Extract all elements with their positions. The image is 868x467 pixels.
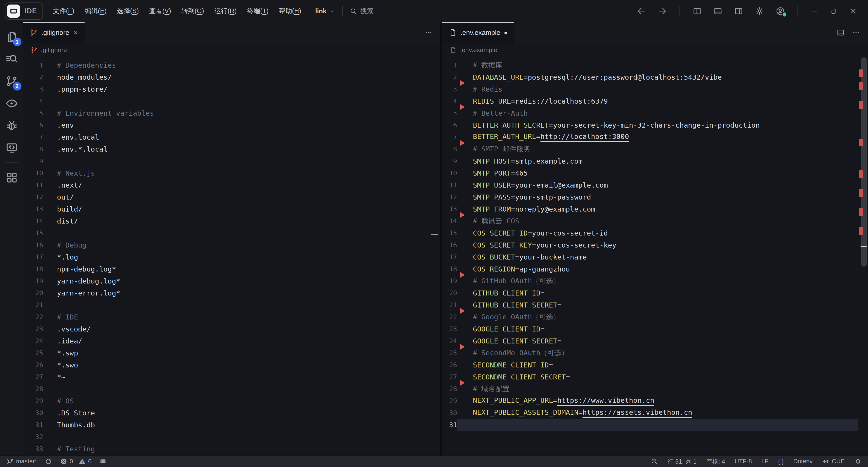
notifications-button[interactable]: [854, 458, 862, 465]
breadcrumb-right[interactable]: .env.example: [442, 43, 868, 57]
code-text[interactable]: .env.local: [57, 133, 99, 141]
tab-gitignore[interactable]: .gitignore ×: [23, 22, 85, 43]
menu-s[interactable]: 选择(S): [117, 6, 139, 16]
code-text[interactable]: # Better-Auth: [473, 109, 528, 117]
code-text[interactable]: SMTP_FROM=noreply@example.com: [473, 205, 595, 213]
code-text[interactable]: # IDE: [57, 313, 78, 321]
workspace-switcher[interactable]: link: [315, 7, 336, 15]
code-text[interactable]: COS_REGION=ap-guangzhou: [473, 265, 570, 273]
window-minimize-button[interactable]: [805, 4, 824, 19]
code-text[interactable]: # Google OAuth（可选）: [473, 312, 560, 322]
nav-back-button[interactable]: [634, 4, 649, 19]
editor-env-example[interactable]: 1# 数据库2DATABASE_URL=postgresql://user:pa…: [442, 57, 868, 456]
code-text[interactable]: GITHUB_CLIENT_SECRET=: [473, 301, 561, 309]
code-text[interactable]: GOOGLE_CLIENT_SECRET=: [473, 337, 561, 345]
activity-explorer-button[interactable]: 1: [4, 29, 19, 45]
menu-e[interactable]: 编辑(E): [85, 6, 107, 16]
problems-indicator[interactable]: 0 0: [60, 458, 92, 465]
editor-group-divider[interactable]: [440, 22, 442, 456]
menu-g[interactable]: 转到(G): [182, 6, 204, 16]
toggle-bottom-panel-button[interactable]: [710, 4, 725, 19]
encoding-indicator[interactable]: UTF-8: [735, 458, 752, 465]
activity-ai-preview-button[interactable]: [4, 96, 19, 111]
code-text[interactable]: *.swp: [57, 349, 78, 357]
global-search[interactable]: 搜索: [349, 6, 373, 16]
code-text[interactable]: .idea/: [57, 337, 82, 345]
menu-h[interactable]: 帮助(H): [279, 6, 301, 16]
code-text[interactable]: # Testing: [57, 445, 95, 453]
code-text[interactable]: .env: [57, 121, 74, 129]
split-editor-icon[interactable]: [836, 28, 845, 37]
activity-source-control-button[interactable]: 2: [4, 74, 19, 89]
braces-indicator[interactable]: { }: [778, 458, 784, 465]
code-text[interactable]: *.log: [57, 253, 78, 261]
editor-gitignore[interactable]: 1# Dependencies2node_modules/3.pnpm-stor…: [23, 57, 440, 456]
cue-completion-toggle[interactable]: CUE: [822, 458, 845, 465]
tab-close-icon[interactable]: ×: [73, 29, 78, 36]
code-text[interactable]: out/: [57, 193, 74, 201]
toggle-left-panel-button[interactable]: [690, 4, 705, 19]
code-text[interactable]: .DS_Store: [57, 409, 95, 417]
code-text[interactable]: # SecondMe OAuth（可选）: [473, 348, 568, 358]
code-text[interactable]: REDIS_URL=redis://localhost:6379: [473, 97, 608, 105]
activity-debug-button[interactable]: [4, 118, 19, 133]
code-text[interactable]: # 腾讯云 COS: [473, 216, 519, 226]
branch-indicator[interactable]: master*: [6, 458, 37, 465]
code-text[interactable]: GITHUB_CLIENT_ID=: [473, 289, 545, 297]
code-text[interactable]: .vscode/: [57, 325, 91, 333]
code-text[interactable]: BETTER_AUTH_SECRET=your-secret-key-min-3…: [473, 121, 760, 129]
language-mode-indicator[interactable]: Dotenv: [793, 458, 813, 465]
code-text[interactable]: # 域名配置: [473, 384, 509, 394]
code-text[interactable]: # Redis: [473, 85, 502, 93]
more-actions-icon[interactable]: [852, 28, 860, 37]
code-text[interactable]: NEXT_PUBLIC_ASSETS_DOMAIN=https://assets…: [473, 408, 692, 418]
code-text[interactable]: *~: [57, 373, 65, 381]
code-text[interactable]: SECONDME_CLIENT_ID=: [473, 361, 553, 369]
nav-forward-button[interactable]: [655, 4, 670, 19]
code-text[interactable]: BETTER_AUTH_URL=http://localhost:3000: [473, 133, 629, 142]
ports-indicator[interactable]: [99, 458, 107, 465]
code-text[interactable]: node_modules/: [57, 73, 112, 81]
code-text[interactable]: # 数据库: [473, 60, 502, 70]
code-text[interactable]: SMTP_HOST=smtp.example.com: [473, 157, 583, 165]
code-text[interactable]: # OS: [57, 397, 74, 405]
more-actions-icon[interactable]: [424, 28, 433, 37]
activity-search-button[interactable]: [4, 52, 19, 66]
code-text[interactable]: *.swo: [57, 361, 78, 369]
code-text[interactable]: # Environment variables: [57, 109, 154, 117]
tab-env-example[interactable]: .env.example ●: [442, 22, 514, 43]
code-text[interactable]: dist/: [57, 217, 78, 225]
menu-r[interactable]: 运行(R): [215, 6, 237, 16]
settings-button[interactable]: [752, 4, 767, 19]
code-text[interactable]: .env.*.local: [57, 145, 107, 153]
modified-dot-icon[interactable]: ●: [504, 30, 507, 35]
toggle-right-panel-button[interactable]: [731, 4, 746, 19]
code-text[interactable]: SECONDME_CLIENT_SECRET=: [473, 373, 570, 381]
code-text[interactable]: # Next.js: [57, 169, 95, 177]
indentation-indicator[interactable]: 空格: 4: [706, 458, 725, 466]
code-text[interactable]: yarn-error.log*: [57, 289, 120, 297]
code-text[interactable]: COS_SECRET_KEY=your-cos-secret-key: [473, 241, 616, 249]
activity-terminal-button[interactable]: [4, 140, 19, 155]
menu-t[interactable]: 终端(T): [247, 6, 269, 16]
code-text[interactable]: DATABASE_URL=postgresql://user:password@…: [473, 73, 722, 81]
menu-v[interactable]: 查看(V): [149, 6, 171, 16]
code-text[interactable]: SMTP_PORT=465: [473, 169, 528, 177]
code-text[interactable]: # Debug: [57, 241, 87, 249]
code-text[interactable]: # GitHub OAuth（可选）: [473, 276, 560, 286]
menu-f[interactable]: 文件(F): [53, 6, 74, 16]
account-button[interactable]: [773, 4, 788, 19]
code-text[interactable]: yarn-debug.log*: [57, 277, 120, 285]
activity-extensions-button[interactable]: [4, 170, 19, 185]
eol-indicator[interactable]: LF: [761, 458, 769, 465]
cursor-position-indicator[interactable]: 行 31, 列 1: [668, 458, 697, 466]
zoom-button[interactable]: [651, 458, 658, 465]
app-logo[interactable]: IDE: [5, 2, 43, 20]
code-text[interactable]: npm-debug.log*: [57, 265, 116, 273]
code-text[interactable]: NEXT_PUBLIC_APP_URL=https://www.vibethon…: [473, 396, 654, 406]
breadcrumb-left[interactable]: .gitignore: [23, 43, 440, 57]
code-text[interactable]: GOOGLE_CLIENT_ID=: [473, 325, 545, 333]
code-text[interactable]: Thumbs.db: [57, 421, 95, 429]
code-text[interactable]: build/: [57, 205, 82, 213]
code-text[interactable]: COS_BUCKET=your-bucket-name: [473, 253, 587, 261]
